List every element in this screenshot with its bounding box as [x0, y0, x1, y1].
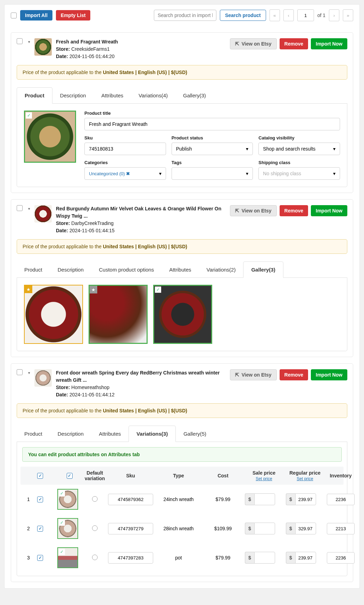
tab-attributes[interactable]: Attributes: [162, 261, 199, 277]
tab-variations[interactable]: Variations(4): [131, 87, 175, 103]
tab-product[interactable]: Product: [17, 426, 50, 442]
status-select[interactable]: Publish▾: [172, 143, 253, 155]
tab-variations[interactable]: Variations(2): [199, 261, 243, 277]
gallery-image[interactable]: ✓: [153, 285, 212, 344]
select-all-variations-checkbox[interactable]: ✓: [37, 473, 43, 479]
label-product-title: Product title: [84, 111, 340, 116]
product-checkbox[interactable]: [17, 205, 23, 211]
tab-description[interactable]: Description: [50, 426, 91, 442]
top-toolbar: Import All Empty List Search product « ‹…: [5, 5, 359, 26]
currency-icon: $: [286, 523, 295, 534]
pager-first-button[interactable]: «: [270, 9, 280, 21]
import-now-button[interactable]: Import Now: [311, 369, 347, 380]
tab-product[interactable]: Product: [17, 87, 52, 104]
inventory-input[interactable]: [327, 523, 355, 534]
default-variation-radio[interactable]: [92, 525, 98, 531]
product-tabs: Product Description Attributes Variation…: [17, 426, 347, 442]
tab-gallery[interactable]: Gallery(5): [176, 426, 214, 442]
col-cost: Cost: [204, 473, 242, 478]
price-locale-notice: Price of the product applicable to the U…: [17, 65, 347, 80]
variation-thumbnail[interactable]: ✓: [57, 518, 78, 539]
gallery-image[interactable]: ★: [89, 285, 148, 344]
pager-last-button[interactable]: »: [343, 9, 353, 21]
set-regular-price-link[interactable]: Set price: [297, 476, 313, 481]
tab-product[interactable]: Product: [17, 261, 50, 277]
import-now-button[interactable]: Import Now: [311, 38, 347, 49]
variation-type: pot: [156, 555, 201, 560]
import-now-button[interactable]: Import Now: [311, 205, 347, 216]
product-checkbox[interactable]: [17, 38, 23, 44]
product-tabs: Product Description Custom product optio…: [17, 261, 347, 278]
tab-attributes[interactable]: Attributes: [91, 426, 129, 442]
tab-attributes[interactable]: Attributes: [94, 87, 131, 103]
row-number: 3: [23, 555, 34, 560]
tab-panel-product: ✓ Product title Sku Product status Pu: [17, 104, 347, 187]
empty-list-button[interactable]: Empty List: [56, 10, 91, 21]
search-button[interactable]: Search product: [220, 10, 266, 21]
variation-checkbox[interactable]: ✓: [37, 497, 43, 502]
view-on-etsy-button[interactable]: ⇱View on Etsy: [230, 369, 276, 380]
check-icon: ✓: [59, 549, 65, 555]
visibility-select[interactable]: Shop and search results▾: [258, 143, 340, 155]
default-variation-radio[interactable]: [92, 496, 98, 502]
sale-price-input[interactable]: [254, 552, 275, 564]
search-input[interactable]: [154, 10, 216, 21]
remove-chip-icon[interactable]: ✖: [126, 171, 130, 176]
product-expand-icon[interactable]: [27, 369, 30, 376]
pager-page-input[interactable]: [297, 9, 314, 21]
pager-prev-button[interactable]: ‹: [283, 9, 294, 21]
main-image[interactable]: ✓: [24, 111, 76, 163]
categories-select[interactable]: Uncategorized (0) ✖▾: [84, 167, 166, 180]
variation-sku-input[interactable]: [108, 494, 153, 505]
variation-thumbnail[interactable]: ✓: [57, 489, 78, 510]
remove-button[interactable]: Remove: [280, 369, 308, 380]
regular-price-input[interactable]: [295, 493, 316, 505]
variation-checkbox[interactable]: ✓: [37, 555, 43, 561]
sale-price-input[interactable]: [254, 493, 275, 505]
tab-description[interactable]: Description: [50, 261, 91, 277]
inventory-input[interactable]: [327, 494, 355, 505]
regular-price-input[interactable]: [295, 523, 316, 534]
set-sale-price-link[interactable]: Set price: [256, 476, 272, 481]
pager-next-button[interactable]: ›: [329, 9, 339, 21]
product-thumbnail: [34, 369, 52, 387]
variation-checkbox[interactable]: ✓: [37, 526, 43, 532]
regular-price-input[interactable]: [295, 552, 316, 564]
chevron-down-icon: ▾: [159, 171, 162, 176]
label-status: Product status: [172, 135, 253, 140]
tab-gallery[interactable]: Gallery(3): [175, 87, 214, 103]
remove-button[interactable]: Remove: [280, 205, 308, 216]
inventory-input[interactable]: [327, 552, 355, 564]
select-all-checkbox[interactable]: [11, 13, 17, 18]
variation-cost: $79.99: [204, 497, 242, 502]
tags-select[interactable]: ▾: [172, 167, 253, 180]
product-title-input[interactable]: [84, 118, 340, 130]
product-title: Red Burgundy Autumn Mir Velvet Oak Leave…: [56, 205, 226, 220]
check-icon: ✓: [59, 490, 65, 497]
star-icon: ★: [25, 285, 32, 293]
tab-gallery[interactable]: Gallery(3): [243, 261, 283, 278]
view-on-etsy-button[interactable]: ⇱View on Etsy: [230, 38, 276, 49]
product-checkbox[interactable]: [17, 369, 23, 375]
tab-description[interactable]: Description: [52, 87, 94, 103]
import-all-button[interactable]: Import All: [20, 10, 52, 21]
product-expand-icon[interactable]: [27, 38, 30, 45]
product-expand-icon[interactable]: [27, 205, 30, 211]
label-tags: Tags: [172, 160, 253, 165]
include-image-checkbox[interactable]: ✓: [67, 473, 73, 479]
variation-sku-input[interactable]: [108, 523, 153, 534]
sale-price-input[interactable]: [254, 523, 275, 534]
external-link-icon: ⇱: [235, 41, 239, 47]
default-variation-radio[interactable]: [92, 555, 98, 560]
view-on-etsy-button[interactable]: ⇱View on Etsy: [230, 205, 276, 216]
tab-variations[interactable]: Variations(3): [129, 426, 176, 442]
variation-thumbnail[interactable]: ✓: [57, 547, 78, 568]
variation-row: 1✓✓24inch wreath$79.99$$: [20, 485, 344, 514]
tab-custom-options[interactable]: Custom product options: [91, 261, 162, 277]
remove-button[interactable]: Remove: [280, 38, 308, 49]
sku-input[interactable]: [84, 143, 166, 155]
shipping-select[interactable]: No shipping class▾: [258, 167, 340, 180]
variation-sku-input[interactable]: [108, 552, 153, 564]
gallery-image[interactable]: ★: [24, 285, 83, 344]
col-sku: Sku: [108, 473, 153, 478]
